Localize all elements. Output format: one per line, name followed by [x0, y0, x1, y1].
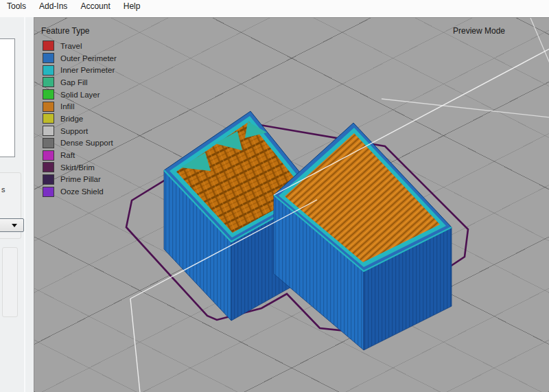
chevron-down-icon — [12, 224, 17, 227]
preview-viewport[interactable]: Feature Type Travel Outer Perimeter Inne… — [34, 17, 549, 392]
legend-title: Feature Type — [41, 26, 117, 36]
outer-perimeter-swatch — [43, 53, 54, 63]
prime-pillar-swatch — [43, 174, 54, 185]
legend-row-ooze-shield: Ooze Shield — [41, 185, 117, 198]
legend-label: Solid Layer — [60, 91, 100, 99]
legend-row-inner-perimeter: Inner Perimeter — [41, 64, 117, 76]
legend-row-travel: Travel — [41, 40, 117, 52]
legend-row-infill: Infill — [41, 100, 117, 113]
ooze-shield-swatch — [43, 187, 54, 197]
legend-row-solid-layer: Solid Layer — [41, 89, 117, 101]
legend-label: Skirt/Brim — [60, 163, 95, 172]
sidebar-groupbox-lower — [2, 247, 18, 317]
solid-layer-swatch — [43, 89, 54, 100]
travel-swatch — [43, 41, 54, 51]
raft-swatch — [43, 150, 54, 161]
legend-label: Infill — [60, 102, 74, 111]
legend-label: Support — [60, 127, 88, 135]
legend-label: Inner Perimeter — [60, 66, 115, 74]
legend-row-support: Support — [41, 125, 117, 137]
menu-items: Tools Add-Ins Account Help — [7, 1, 144, 13]
legend-row-raft: Raft — [41, 149, 117, 161]
legend-label: Dense Support — [60, 139, 113, 147]
legend-row-outer-perimeter: Outer Perimeter — [41, 52, 117, 65]
inner-perimeter-swatch — [43, 65, 54, 76]
infill-swatch — [43, 102, 54, 112]
legend-label: Raft — [60, 151, 75, 159]
legend-label: Gap Fill — [60, 78, 88, 87]
menu-bar: Tools Add-Ins Account Help — [0, 0, 549, 17]
menu-item-tools[interactable]: Tools — [7, 1, 30, 13]
model-cube-right — [274, 123, 452, 350]
legend-row-dense-support: Dense Support — [41, 137, 117, 150]
feature-type-legend: Feature Type Travel Outer Perimeter Inne… — [41, 26, 117, 198]
process-dropdown[interactable] — [0, 218, 24, 232]
menu-item-account[interactable]: Account — [80, 1, 114, 13]
legend-row-prime-pillar: Prime Pillar — [41, 174, 117, 186]
skirt-brim-swatch — [43, 162, 54, 172]
legend-label: Prime Pillar — [60, 175, 101, 183]
settings-sidebar: s — [0, 17, 34, 392]
sidebar-splitter[interactable] — [24, 17, 25, 392]
legend-label: Travel — [60, 42, 82, 50]
legend-label: Bridge — [60, 115, 83, 123]
support-swatch — [43, 126, 54, 136]
legend-label: Ooze Shield — [60, 187, 104, 196]
legend-row-skirt-brim: Skirt/Brim — [41, 161, 117, 174]
preview-mode-label: Preview Mode — [453, 26, 505, 36]
gap-fill-swatch — [43, 77, 54, 87]
sidebar-label-fragment: s — [1, 185, 5, 194]
legend-row-bridge: Bridge — [41, 113, 117, 125]
menu-item-help[interactable]: Help — [124, 1, 145, 13]
menu-item-add-ins[interactable]: Add-Ins — [39, 1, 71, 13]
model-listbox[interactable] — [0, 38, 15, 157]
legend-row-gap-fill: Gap Fill — [41, 76, 117, 89]
dense-support-swatch — [43, 138, 54, 148]
bridge-swatch — [43, 113, 54, 124]
legend-label: Outer Perimeter — [60, 54, 117, 62]
